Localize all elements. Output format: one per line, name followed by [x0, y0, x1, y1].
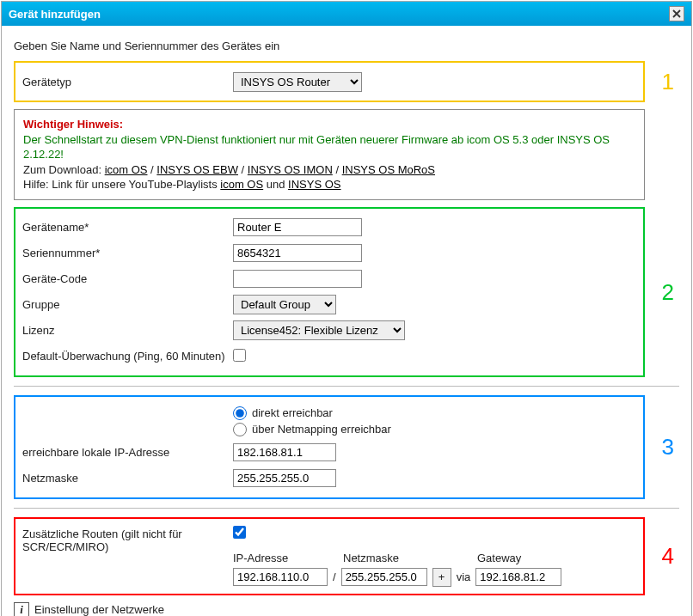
section-reachability: direkt erreichbar über Netmapping erreic… — [14, 395, 679, 499]
hint-title: Wichtiger Hinweis: — [23, 117, 635, 132]
network-settings-label: Einstellung der Netzwerke — [34, 603, 164, 616]
dialog-title: Gerät hinzufügen — [9, 8, 101, 21]
route-via: via — [457, 570, 471, 583]
hint-line1: Der Schnellstart zu diesem VPN-Dienst fu… — [23, 132, 635, 162]
device-code-label: Geräte-Code — [22, 272, 233, 285]
routes-checkbox[interactable] — [233, 526, 246, 539]
section-number-4: 4 — [662, 543, 674, 570]
add-device-dialog: Gerät hinzufügen Geben Sie Name und Seri… — [1, 1, 692, 616]
device-code-input[interactable] — [233, 270, 362, 288]
routes-label: Zusätzliche Routen (gilt nicht für SCR/E… — [22, 526, 233, 553]
group-select[interactable]: Default Group — [233, 295, 336, 314]
download-link-ebw[interactable]: INSYS OS EBW — [156, 163, 238, 176]
hint-box: Wichtiger Hinweis: Der Schnellstart zu d… — [14, 109, 645, 200]
download-link-imon[interactable]: INSYS OS IMON — [248, 163, 333, 176]
reach-ip-label: erreichbare lokale IP-Adresse — [22, 446, 233, 459]
section-number-1: 1 — [662, 69, 674, 95]
separator-2 — [14, 508, 679, 509]
routes-hdr-gw: Gateway — [477, 552, 563, 564]
device-name-label: Gerätename* — [22, 221, 233, 234]
hint-downloads: Zum Download: icom OS / INSYS OS EBW / I… — [23, 162, 635, 178]
route-slash: / — [333, 570, 336, 583]
section-device-fields: Gerätename* Seriennummer* Geräte-Code Gr… — [14, 207, 679, 377]
routes-hdr-mask: Netzmaske — [343, 552, 445, 564]
reach-mask-input[interactable] — [233, 469, 336, 487]
reach-direct-label: direkt erreichbar — [252, 406, 333, 419]
reach-netmap-label: über Netmapping erreichbar — [252, 423, 391, 436]
route-add-button[interactable]: + — [432, 568, 451, 587]
routes-box: Zusätzliche Routen (gilt nicht für SCR/E… — [14, 517, 645, 595]
device-type-box: Gerätetyp INSYS OS Router — [14, 61, 645, 102]
download-link-icomos[interactable]: icom OS — [105, 163, 148, 176]
route-gw-input[interactable] — [475, 568, 561, 586]
section-number-2: 2 — [662, 278, 674, 305]
reachability-box: direkt erreichbar über Netmapping erreic… — [14, 395, 645, 499]
dialog-body: Geben Sie Name und Seriennummer des Gerä… — [2, 26, 691, 616]
monitor-label: Default-Überwachung (Ping, 60 Minuten) — [22, 350, 233, 363]
separator-1 — [14, 386, 679, 387]
plus-icon: + — [438, 570, 445, 583]
close-icon — [672, 9, 681, 18]
section-number-3: 3 — [662, 434, 674, 460]
route-mask-input[interactable] — [341, 568, 427, 586]
reach-mask-label: Netzmaske — [22, 472, 233, 485]
device-name-input[interactable] — [233, 218, 362, 236]
serial-label: Seriennummer* — [22, 247, 233, 259]
monitor-checkbox[interactable] — [233, 349, 246, 362]
group-label: Gruppe — [22, 298, 233, 311]
license-select[interactable]: License452: Flexible Lizenz — [233, 320, 405, 340]
hint-help: Hilfe: Link für unsere YouTube-Playlists… — [23, 177, 635, 192]
close-button[interactable] — [669, 6, 684, 21]
license-label: Lizenz — [22, 324, 233, 337]
help-link-insysos[interactable]: INSYS OS — [288, 178, 340, 191]
section-routes: Zusätzliche Routen (gilt nicht für SCR/E… — [14, 517, 679, 595]
device-type-label: Gerätetyp — [22, 76, 233, 88]
titlebar: Gerät hinzufügen — [2, 2, 691, 26]
help-link-icomos[interactable]: icom OS — [220, 178, 263, 191]
section-device-type: Gerätetyp INSYS OS Router 1 — [14, 61, 679, 102]
device-type-select[interactable]: INSYS OS Router — [233, 72, 362, 92]
download-link-moros[interactable]: INSYS OS MoRoS — [342, 163, 435, 176]
device-fields-box: Gerätename* Seriennummer* Geräte-Code Gr… — [14, 207, 645, 377]
info-icon: i — [14, 602, 29, 616]
reach-netmap-radio[interactable] — [233, 423, 247, 436]
network-settings-line: i Einstellung der Netzwerke — [14, 602, 679, 616]
routes-hdr-ip: IP-Adresse — [233, 552, 328, 564]
intro-text: Geben Sie Name und Seriennummer des Gerä… — [14, 40, 679, 52]
route-ip-input[interactable] — [233, 568, 328, 586]
reach-direct-radio[interactable] — [233, 406, 247, 420]
reach-ip-input[interactable] — [233, 443, 336, 461]
serial-input[interactable] — [233, 244, 362, 262]
